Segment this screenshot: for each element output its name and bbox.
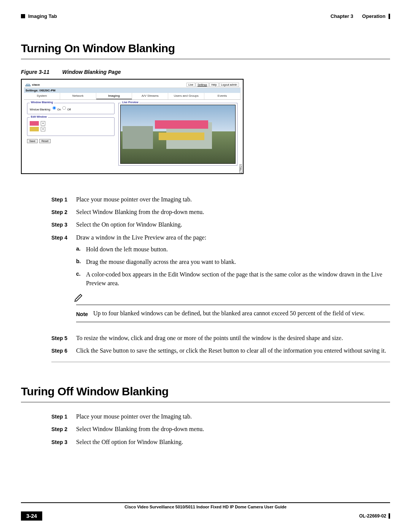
wb-on-radio[interactable]	[53, 106, 56, 110]
step-label: Step 2	[51, 425, 76, 433]
substep-label: c.	[76, 270, 86, 288]
figure-title: Window Blanking Page	[62, 69, 121, 75]
preview-legend: Live Preview	[121, 101, 139, 104]
step-body: Select the On option for Window Blanking…	[76, 220, 390, 229]
wb-off-radio[interactable]	[62, 106, 66, 110]
steps-turning-off: Step 1 Place your mouse pointer over the…	[51, 412, 390, 446]
settings-bar: Settings: IXE20C-PM	[24, 88, 241, 93]
section-rule	[21, 402, 390, 403]
substep-label: b.	[76, 257, 86, 266]
toplink-logout[interactable]: Logout admin	[219, 83, 239, 87]
swatch-pink	[30, 121, 39, 126]
figure-side-number: 278821	[239, 164, 242, 173]
steps-turning-on: Step 1 Place your mouse pointer over the…	[51, 195, 390, 355]
step-body: Click the Save button to save the settin…	[76, 346, 390, 355]
step-label: Step 1	[51, 195, 76, 204]
header-bar-icon	[389, 14, 390, 19]
substep-body: A color-coded box appears in the Edit Wi…	[86, 270, 390, 288]
header-title: Operation	[362, 13, 386, 19]
header-chapter: Chapter 3	[330, 13, 353, 19]
step-body: Place your mouse pointer over the Imagin…	[76, 412, 390, 421]
footer-title: Cisco Video Surveillance 5010/5011 Indoo…	[21, 505, 390, 509]
live-preview-fieldset: Live Preview	[118, 103, 237, 166]
mask-overlay-2[interactable]	[159, 133, 204, 140]
step-body: Select the Off option for Window Blankin…	[76, 438, 390, 446]
section-title-off: Turing Off Window Blanking	[21, 385, 390, 398]
mask-overlay-1[interactable]	[155, 120, 208, 129]
step-label: Step 4	[51, 233, 76, 330]
note-bottom-rule	[76, 322, 390, 322]
section-title-on: Turning On Window Blanking	[21, 42, 390, 55]
substep-label: a.	[76, 245, 86, 254]
save-button[interactable]: Save	[27, 139, 38, 143]
wb-label: Window Blanking:	[30, 108, 51, 111]
window-blanking-fieldset: Window Blanking Window Blanking: On Off	[27, 103, 115, 114]
note-top-rule	[76, 305, 390, 305]
toplink-settings[interactable]: Settings	[196, 83, 209, 87]
tab-users[interactable]: Users and Groups	[168, 93, 204, 99]
step-label: Step 1	[51, 412, 76, 421]
substep-body: Drag the mouse diagonally across the are…	[86, 257, 236, 266]
substep-body: Hold down the left mouse button.	[86, 245, 168, 254]
delete-mask-2[interactable]: ×	[41, 127, 45, 131]
doc-number: OL-22669-02	[359, 513, 386, 519]
wb-legend: Window Blanking	[30, 101, 54, 104]
page-header: Imaging Tab Chapter 3 Operation	[21, 13, 390, 19]
section-end-rule	[51, 362, 390, 362]
figure-caption: Figure 3-11 Window Blanking Page	[21, 69, 390, 75]
note-label: Note	[76, 309, 93, 318]
page-number-badge: 3-24	[21, 511, 42, 521]
step-label: Step 6	[51, 346, 76, 355]
edit-legend: Edit Window	[30, 115, 48, 118]
page-footer: Cisco Video Surveillance 5010/5011 Indoo…	[21, 502, 390, 521]
wb-off-text: Off	[67, 108, 71, 111]
note-pencil-icon	[74, 292, 84, 302]
step-label: Step 3	[51, 220, 76, 229]
cisco-logo-icon	[25, 83, 30, 86]
wb-on-text: On	[57, 108, 61, 111]
step-body: Select Window Blanking from the drop-dow…	[76, 208, 390, 216]
reset-button[interactable]: Reset	[39, 139, 51, 143]
tab-av[interactable]: A/V Streams	[132, 93, 168, 99]
toplink-live[interactable]: Live	[186, 83, 195, 87]
delete-mask-1[interactable]: ×	[41, 121, 45, 126]
tab-network[interactable]: Network	[60, 93, 96, 99]
tab-system[interactable]: System	[24, 93, 60, 99]
tab-imaging[interactable]: Imaging	[96, 93, 132, 99]
header-left-text: Imaging Tab	[28, 13, 57, 19]
step-body: Select Window Blanking from the drop-dow…	[76, 425, 390, 433]
step-label: Step 2	[51, 208, 76, 216]
edit-window-fieldset: Edit Window × ×	[27, 117, 115, 136]
tab-strip: System Network Imaging A/V Streams Users…	[24, 93, 241, 100]
live-preview-image[interactable]	[120, 105, 236, 164]
footer-bar-icon	[389, 513, 390, 519]
step-text: Draw a window in the Live Preview area o…	[76, 234, 206, 241]
figure-window-blanking: cisco Live Settings Help Logout admin Se…	[21, 79, 244, 174]
step-body: Place your mouse pointer over the Imagin…	[76, 195, 390, 204]
toplink-help[interactable]: Help	[209, 83, 218, 87]
step-label: Step 3	[51, 438, 76, 446]
footer-rule	[21, 502, 390, 503]
step-body: To resize the window, click and drag one…	[76, 334, 390, 342]
note-body: Up to four blanked windows can be define…	[93, 309, 390, 318]
tab-events[interactable]: Events	[204, 93, 241, 99]
brand-text: cisco	[32, 83, 40, 86]
app-screenshot: cisco Live Settings Help Logout admin Se…	[24, 82, 241, 171]
header-square-icon	[21, 14, 25, 18]
step-label: Step 5	[51, 334, 76, 342]
figure-number: Figure 3-11	[21, 69, 49, 75]
swatch-yellow	[30, 127, 39, 131]
top-links: Live Settings Help Logout admin	[186, 83, 239, 87]
step-body: Draw a window in the Live Preview area o…	[76, 233, 390, 330]
section-rule	[21, 59, 390, 59]
